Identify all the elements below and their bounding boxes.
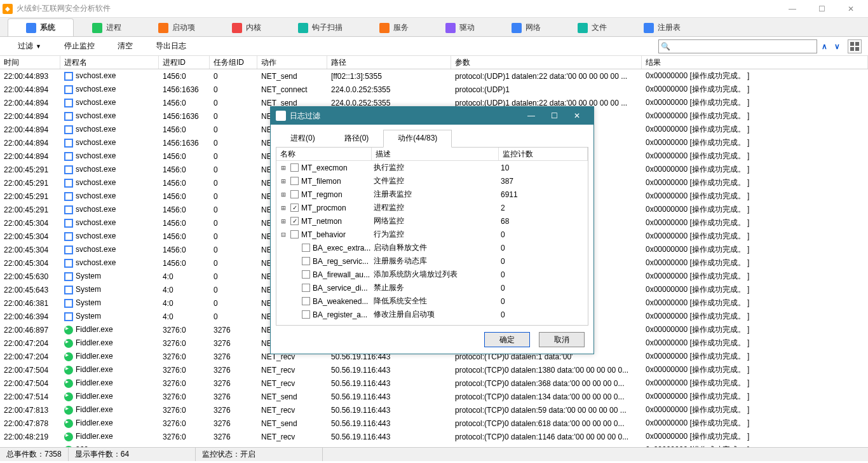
tree-toggle-icon[interactable]: ⊟	[279, 230, 288, 239]
filter-item[interactable]: BA_reg_servic...注册服务动态库0	[276, 254, 588, 268]
cell-pid: 4:0	[159, 286, 210, 294]
tree-toggle-icon[interactable]: ⊞	[279, 190, 288, 199]
cell-result: 0x00000000 [操作成功完成。 ]	[642, 71, 868, 81]
cell-tgid: 3276	[210, 392, 257, 401]
filter-count: 68	[501, 217, 588, 226]
dialog-titlebar[interactable]: 日志过滤 — ☐ ✕	[271, 107, 593, 125]
search-down-button[interactable]: ∨	[831, 39, 843, 53]
cell-result: 0x00000000 [操作成功完成。 ]	[642, 164, 868, 175]
checkbox[interactable]	[290, 163, 299, 172]
checkbox[interactable]	[302, 244, 310, 252]
cell-tgid: 3276	[210, 326, 257, 335]
filter-item[interactable]: ⊟MT_behavior行为监控0	[276, 228, 588, 241]
filter-item[interactable]: BA_weakened...降低系统安全性0	[276, 294, 588, 308]
checkbox[interactable]	[302, 310, 310, 319]
table-row[interactable]: 22:00:44:894svchost.exe1456:16360NET_con…	[0, 83, 868, 96]
export-log-button[interactable]: 导出日志	[144, 38, 198, 55]
table-row[interactable]: 22:00:58:251360se.exe2908:02908NET_send1…	[0, 443, 868, 447]
tab-label: 注册表	[658, 22, 681, 33]
filter-item[interactable]: ⊞✓MT_netmon网络监控68	[276, 214, 588, 228]
filter-item[interactable]: BA_exec_extra...启动自释放文件0	[276, 241, 588, 254]
filter-item[interactable]: ⊞MT_filemon文件监控387	[276, 174, 588, 188]
cell-proc: System	[60, 298, 159, 308]
tab-label: 网络	[526, 22, 541, 33]
col-time[interactable]: 时间	[0, 56, 60, 69]
main-tab-3[interactable]: 内核	[214, 18, 280, 36]
dialog-minimize-button[interactable]: —	[520, 107, 543, 125]
checkbox[interactable]	[290, 230, 299, 238]
main-tab-9[interactable]: 注册表	[625, 18, 699, 36]
checkbox[interactable]	[290, 177, 299, 185]
filter-count: 2	[501, 204, 588, 212]
search-input[interactable]	[658, 39, 817, 53]
checkbox[interactable]	[290, 190, 299, 198]
filter-item[interactable]: BA_firewall_au...添加系统防火墙放过列表0	[276, 268, 588, 281]
dialog-col-name[interactable]: 名称	[276, 148, 372, 160]
col-tgid[interactable]: 任务组ID	[210, 56, 257, 69]
main-tab-8[interactable]: 文件	[559, 18, 625, 36]
filter-item[interactable]: ⊞MT_regmon注册表监控6911	[276, 188, 588, 201]
dialog-col-desc[interactable]: 描述	[372, 148, 499, 160]
cell-time: 22:00:47:504	[0, 379, 60, 388]
dialog-maximize-button[interactable]: ☐	[543, 107, 566, 125]
checkbox[interactable]	[302, 257, 310, 265]
checkbox[interactable]: ✓	[290, 204, 299, 212]
grid-view-button[interactable]	[848, 39, 862, 53]
cell-tgid: 0	[210, 139, 257, 148]
tree-toggle-icon[interactable]: ⊞	[279, 163, 288, 172]
cell-tgid: 0	[210, 192, 257, 201]
dialog-content[interactable]: 名称 描述 监控计数 ⊞MT_execmon执行监控10⊞MT_filemon文…	[276, 148, 588, 326]
checkbox[interactable]: ✓	[290, 217, 299, 225]
col-path[interactable]: 路径	[327, 56, 451, 69]
dialog-close-button[interactable]: ✕	[566, 107, 588, 125]
filter-button[interactable]: 过滤▼	[6, 38, 53, 55]
main-tab-7[interactable]: 网络	[493, 18, 559, 36]
filter-item[interactable]: BA_register_a...修改注册自启动项0	[276, 308, 588, 321]
maximize-button[interactable]: ☐	[807, 0, 836, 18]
checkbox[interactable]	[302, 297, 310, 305]
table-row[interactable]: 22:00:47:504Fiddler.exe3276:03276NET_rec…	[0, 377, 868, 390]
checkbox[interactable]	[302, 284, 310, 292]
filter-count: 0	[501, 230, 588, 239]
table-row[interactable]: 22:00:47:514Fiddler.exe3276:03276NET_sen…	[0, 390, 868, 403]
tree-toggle-icon[interactable]: ⊞	[279, 177, 288, 186]
checkbox[interactable]	[302, 270, 310, 279]
main-tab-1[interactable]: 进程	[74, 18, 140, 36]
dialog-icon	[276, 111, 286, 121]
table-row[interactable]: 22:00:47:878Fiddler.exe3276:03276NET_sen…	[0, 417, 868, 430]
col-param[interactable]: 参数	[451, 56, 642, 69]
stop-monitor-button[interactable]: 停止监控	[53, 38, 106, 55]
main-tab-5[interactable]: 服务	[361, 18, 427, 36]
cell-result: 0x00000000 [操作成功完成。 ]	[642, 351, 868, 362]
main-tab-6[interactable]: 驱动	[427, 18, 493, 36]
table-row[interactable]: 22:00:47:813Fiddler.exe3276:03276NET_rec…	[0, 403, 868, 417]
dialog-tab-1[interactable]: 路径(0)	[330, 130, 384, 148]
tree-toggle-icon[interactable]: ⊞	[279, 204, 288, 212]
col-proc[interactable]: 进程名	[60, 56, 159, 69]
tree-toggle-icon[interactable]: ⊞	[279, 217, 288, 226]
ok-button[interactable]: 确定	[484, 332, 530, 347]
col-pid[interactable]: 进程ID	[159, 56, 210, 69]
table-row[interactable]: 22:00:48:219Fiddler.exe3276:03276NET_rec…	[0, 430, 868, 443]
close-button[interactable]: ✕	[836, 0, 865, 18]
filter-item[interactable]: ⊞✓MT_procmon进程监控2	[276, 201, 588, 214]
col-result[interactable]: 结果	[642, 56, 868, 69]
col-action[interactable]: 动作	[257, 56, 327, 69]
filter-desc: 启动自释放文件	[374, 242, 501, 253]
table-row[interactable]: 22:00:44:893svchost.exe1456:00NET_send[f…	[0, 69, 868, 83]
main-tab-2[interactable]: 启动项	[140, 18, 214, 36]
cancel-button[interactable]: 取消	[539, 332, 585, 347]
filter-name: MT_execmon	[301, 163, 374, 172]
clear-button[interactable]: 清空	[106, 38, 144, 55]
minimize-button[interactable]: —	[778, 0, 807, 18]
dialog-tab-2[interactable]: 动作(44/83)	[383, 130, 452, 148]
dialog-col-count[interactable]: 监控计数	[499, 148, 588, 160]
filter-item[interactable]: ⊞MT_execmon执行监控10	[276, 161, 588, 174]
main-tab-0[interactable]: 系统	[8, 18, 74, 36]
filter-item[interactable]: BA_service_di...禁止服务0	[276, 281, 588, 294]
cell-result: 0x00000000 [操作成功完成。 ]	[642, 84, 868, 95]
main-tab-4[interactable]: 钩子扫描	[280, 18, 361, 36]
search-up-button[interactable]: ∧	[818, 39, 830, 53]
dialog-tab-0[interactable]: 进程(0)	[276, 130, 330, 148]
table-row[interactable]: 22:00:47:504Fiddler.exe3276:03276NET_rec…	[0, 363, 868, 377]
